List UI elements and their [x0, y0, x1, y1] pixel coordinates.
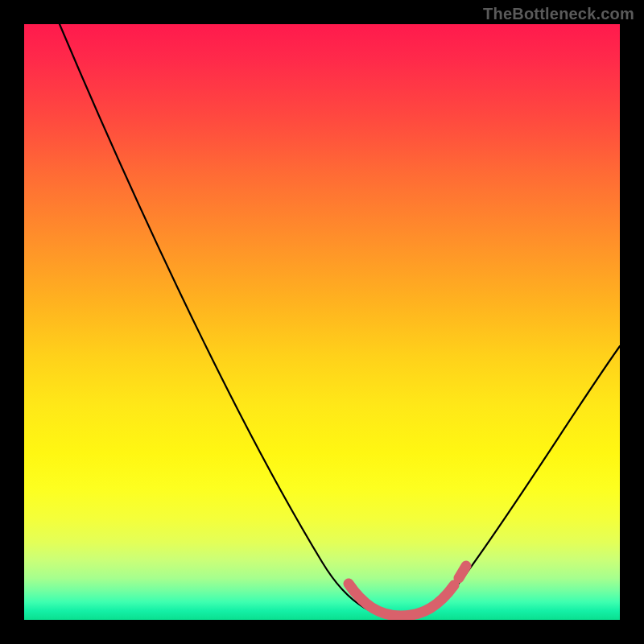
curve-svg: [24, 24, 620, 620]
trough-highlight: [349, 566, 466, 616]
bottleneck-curve: [60, 24, 620, 617]
plot-area: [24, 24, 620, 620]
chart-frame: TheBottleneck.com: [0, 0, 644, 644]
watermark-text: TheBottleneck.com: [483, 5, 634, 23]
